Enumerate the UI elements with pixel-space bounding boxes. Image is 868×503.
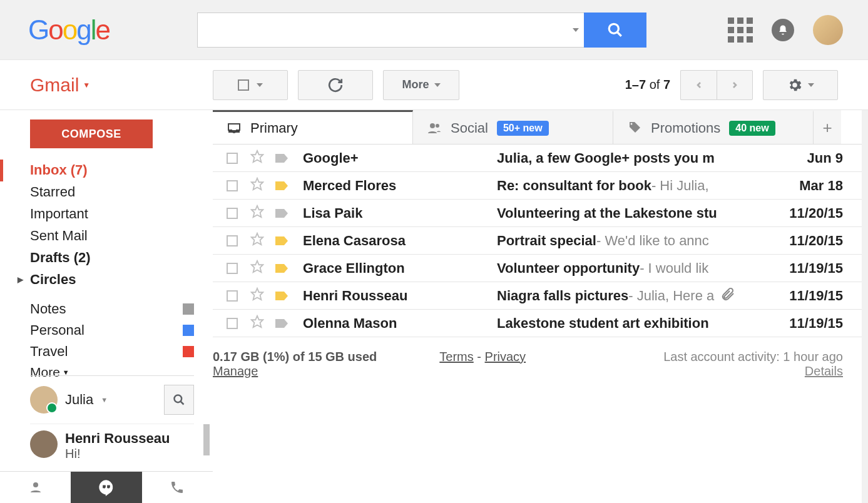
search-button[interactable] xyxy=(584,13,646,48)
nav-inbox[interactable]: Inbox (7) xyxy=(0,160,194,181)
row-checkbox[interactable] xyxy=(227,290,238,302)
tab-badge: 40 new xyxy=(729,121,775,136)
svg-marker-9 xyxy=(252,150,263,161)
nav-sent[interactable]: Sent Mail xyxy=(30,225,194,247)
caret-down-icon xyxy=(573,28,579,32)
prev-page-button[interactable] xyxy=(680,70,717,100)
chat-tab-hangouts[interactable] xyxy=(71,472,141,503)
search-dropdown[interactable] xyxy=(568,13,584,48)
star-icon[interactable] xyxy=(250,150,264,167)
nav-important[interactable]: Important xyxy=(30,203,194,225)
row-subject: Niagra falls pictures - Julia, Here a xyxy=(497,287,787,305)
details-link[interactable]: Details xyxy=(805,364,843,378)
nav-drafts[interactable]: Drafts (2) xyxy=(30,247,194,269)
search-input[interactable] xyxy=(197,13,568,48)
google-logo[interactable]: Google xyxy=(28,14,110,46)
label-icon[interactable] xyxy=(274,235,289,246)
row-checkbox[interactable] xyxy=(227,153,238,164)
category-tabs: Primary Social 50+ new Promotions 40 new… xyxy=(213,110,862,145)
svg-marker-13 xyxy=(252,260,263,272)
label-icon[interactable] xyxy=(274,153,289,164)
scrollbar-track[interactable] xyxy=(862,110,868,503)
caret-down-icon xyxy=(257,83,263,87)
tab-social[interactable]: Social 50+ new xyxy=(413,110,613,144)
row-sender: Olenna Mason xyxy=(303,315,497,332)
person-icon xyxy=(28,480,43,495)
chat-tab-phone[interactable] xyxy=(142,472,213,503)
star-icon[interactable] xyxy=(250,315,264,332)
refresh-button[interactable] xyxy=(298,70,373,100)
tab-promotions[interactable]: Promotions 40 new xyxy=(613,110,814,144)
row-subject: Re: consultant for book - Hi Julia, xyxy=(497,178,787,194)
row-checkbox[interactable] xyxy=(227,180,238,191)
caret-down-icon: ▼ xyxy=(101,396,108,404)
chat-search-button[interactable] xyxy=(164,385,194,415)
more-label: More xyxy=(402,78,429,91)
chat-self[interactable]: Julia ▼ xyxy=(30,376,194,424)
row-checkbox[interactable] xyxy=(227,318,238,329)
more-button[interactable]: More xyxy=(383,70,459,100)
star-icon[interactable] xyxy=(250,177,264,195)
star-icon[interactable] xyxy=(250,287,264,305)
row-date: 11/19/15 xyxy=(787,315,862,332)
scrollbar-thumb[interactable] xyxy=(203,424,210,455)
email-row[interactable]: Merced Flores Re: consultant for book - … xyxy=(213,172,862,200)
nav-starred[interactable]: Starred xyxy=(30,181,194,203)
gmail-dropdown[interactable]: Gmail ▼ xyxy=(30,74,90,96)
row-checkbox[interactable] xyxy=(227,235,238,246)
label-icon[interactable] xyxy=(274,318,289,329)
tab-badge: 50+ new xyxy=(497,121,549,136)
row-checkbox[interactable] xyxy=(227,263,238,274)
terms-link[interactable]: Terms xyxy=(439,350,473,363)
notifications-button[interactable] xyxy=(772,19,794,41)
email-row[interactable]: Grace Ellington Volunteer opportunity - … xyxy=(213,255,862,282)
nav-label-personal[interactable]: Personal xyxy=(30,320,194,341)
svg-line-3 xyxy=(181,402,184,405)
tab-label: Promotions xyxy=(651,120,720,136)
chevron-right-icon xyxy=(730,80,740,90)
email-row[interactable]: Google+ Julia, a few Google+ posts you m… xyxy=(213,145,862,172)
profile-avatar[interactable] xyxy=(813,15,843,45)
star-icon[interactable] xyxy=(250,260,264,277)
compose-button[interactable]: COMPOSE xyxy=(30,119,153,148)
email-row[interactable]: Elena Casarosa Portrait special - We'd l… xyxy=(213,227,862,255)
settings-button[interactable] xyxy=(763,70,838,100)
svg-point-4 xyxy=(33,482,38,487)
next-page-button[interactable] xyxy=(717,70,753,100)
row-date: Mar 18 xyxy=(787,178,862,194)
app-header: Google xyxy=(0,0,868,60)
chat-tabs xyxy=(0,471,213,503)
select-dropdown[interactable] xyxy=(213,70,288,100)
nav-label-notes[interactable]: Notes xyxy=(30,298,194,320)
email-row[interactable]: Lisa Paik Volunteering at the Lakestone … xyxy=(213,200,862,227)
row-date: 11/20/15 xyxy=(787,233,862,249)
nav-label-travel[interactable]: Travel xyxy=(30,341,194,362)
label-icon[interactable] xyxy=(274,180,289,191)
chat-tab-contacts[interactable] xyxy=(0,472,71,503)
nav-circles[interactable]: ▶Circles xyxy=(30,269,194,291)
label-icon[interactable] xyxy=(274,263,289,274)
gmail-label: Gmail xyxy=(30,74,79,96)
star-icon[interactable] xyxy=(250,205,264,222)
row-checkbox[interactable] xyxy=(227,208,238,219)
manage-link[interactable]: Manage xyxy=(213,364,258,378)
row-sender: Lisa Paik xyxy=(303,205,497,221)
email-row[interactable]: Henri Rousseau Niagra falls pictures - J… xyxy=(213,282,862,310)
chat-conversation[interactable]: Henri Rousseau Hi! xyxy=(30,424,194,471)
hangouts-icon xyxy=(98,479,115,496)
email-row[interactable]: Olenna Mason Lakestone student art exhib… xyxy=(213,310,862,337)
apps-icon[interactable] xyxy=(728,18,753,43)
tab-primary[interactable]: Primary xyxy=(213,110,413,144)
label-color-swatch xyxy=(183,303,194,315)
privacy-link[interactable]: Privacy xyxy=(485,350,526,363)
svg-point-8 xyxy=(631,123,633,124)
star-icon[interactable] xyxy=(250,232,264,250)
checkbox-icon xyxy=(238,79,249,91)
gear-icon xyxy=(787,77,803,93)
label-icon[interactable] xyxy=(274,208,289,219)
label-icon[interactable] xyxy=(274,290,289,302)
chat-conv-snippet: Hi! xyxy=(65,447,170,461)
tab-add[interactable]: + xyxy=(814,110,841,144)
label-color-swatch xyxy=(183,346,194,357)
page-count: 1–7 of 7 xyxy=(625,78,670,92)
